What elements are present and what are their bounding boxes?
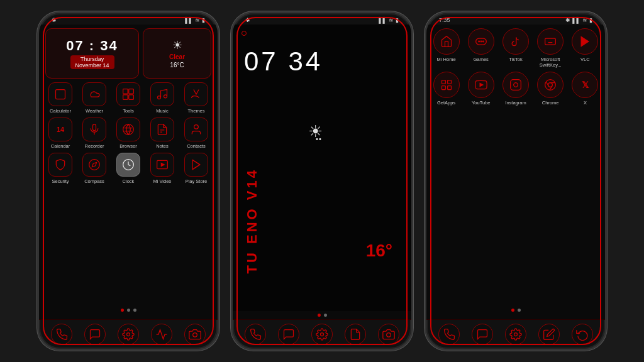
p3-vlc[interactable]: VLC (570, 28, 600, 68)
clock-icon[interactable] (116, 153, 140, 177)
svg-marker-25 (161, 163, 164, 167)
mihome-icon[interactable] (433, 28, 460, 55)
vlc-icon[interactable] (572, 28, 598, 55)
dock3-refresh[interactable] (572, 324, 593, 345)
dock-camera-icon[interactable] (184, 324, 206, 345)
sun-icon: ☀ (172, 38, 182, 52)
phone2-dot-1 (318, 314, 321, 317)
clock-date: November 14 (75, 62, 109, 69)
app-recorder[interactable]: Recorder (79, 118, 109, 149)
p3-chrome[interactable]: Chrome (536, 72, 565, 106)
tiktok-label: TikTok (509, 57, 522, 62)
getapps-label: GetApps (437, 100, 455, 106)
mivideo-icon[interactable] (150, 153, 174, 177)
dock-settings-icon[interactable] (118, 324, 139, 345)
security-icon[interactable] (48, 153, 72, 177)
svg-rect-9 (123, 95, 128, 100)
calendar-icon[interactable]: 14 (48, 118, 72, 141)
status-bar-2: ✱ ▌▌ ≋ ▮ (233, 13, 411, 25)
instagram-icon[interactable] (502, 72, 529, 98)
dock3-notes[interactable] (538, 324, 560, 345)
notes-label: Notes (156, 143, 169, 149)
p3-swiftkey[interactable]: Microsoft SwiftKey... (536, 28, 565, 68)
calendar-label: Calendar (51, 143, 70, 149)
svg-point-30 (192, 333, 197, 337)
dock2-message[interactable] (278, 324, 299, 345)
p3-games[interactable]: Games (466, 28, 496, 68)
browser-label: Browser (119, 143, 137, 149)
playstore-icon[interactable] (184, 153, 208, 177)
svg-point-35 (480, 41, 482, 42)
browser-icon[interactable] (116, 118, 140, 141)
app-music[interactable]: Music (147, 82, 177, 114)
p3-mihome[interactable]: Mi Home (431, 28, 461, 68)
bluetooth-icon-3: ✱ (565, 17, 570, 23)
phone-2: ✱ ▌▌ ≋ ▮ 07 34 ☀̤ TU ENO V14 16° (231, 11, 413, 351)
compass-icon[interactable] (82, 153, 106, 177)
weather-temp: 16°C (170, 62, 184, 69)
app-weather[interactable]: Weather (79, 82, 109, 114)
themes-icon[interactable] (184, 82, 208, 106)
chrome-icon[interactable] (537, 72, 564, 98)
svg-point-20 (194, 125, 199, 129)
weather-icon[interactable] (82, 82, 106, 106)
p3-youtube[interactable]: YouTube (466, 72, 496, 106)
p3-getapps[interactable]: GetApps (431, 72, 461, 106)
dock2-camera[interactable] (378, 324, 399, 345)
dock-phone-icon[interactable] (51, 324, 72, 345)
dock3-phone[interactable] (438, 324, 460, 345)
dock2-phone[interactable] (245, 324, 266, 345)
playstore-label: Play Store (186, 178, 208, 184)
app-security[interactable]: Security (45, 153, 75, 184)
app-clock[interactable]: Clock (113, 153, 143, 184)
app-playstore[interactable]: Play Store (181, 153, 211, 184)
app-calculator[interactable]: Calculator (45, 82, 75, 114)
games-icon[interactable] (468, 28, 494, 55)
app-contacts[interactable]: Contacts (181, 118, 211, 149)
games-label: Games (474, 57, 489, 62)
app-tools[interactable]: Tools (113, 82, 143, 114)
app-compass[interactable]: Compass (79, 153, 109, 184)
dock2-settings[interactable] (311, 324, 333, 345)
svg-rect-45 (447, 80, 451, 84)
calculator-label: Calculator (50, 108, 71, 114)
app-browser[interactable]: Browser (113, 118, 143, 149)
notes-icon[interactable] (150, 118, 174, 141)
youtube-icon[interactable] (468, 72, 494, 98)
phone2-vertical-date: TU ENO V14 (245, 168, 259, 273)
signal-icon-3: ▌▌ (572, 17, 580, 23)
p3-x[interactable]: 𝕏 X (570, 72, 600, 106)
contacts-icon[interactable] (184, 118, 208, 141)
calculator-icon[interactable] (48, 82, 72, 106)
dock-chart-icon[interactable] (151, 324, 172, 345)
svg-point-21 (89, 160, 100, 170)
music-icon[interactable] (150, 82, 174, 106)
app-calendar[interactable]: 14 Calendar (45, 118, 75, 149)
tools-icon[interactable] (116, 82, 140, 106)
phone-3-screen: Mi Home Games TikTok Microsoft SwiftKey.… (426, 25, 605, 319)
svg-rect-13 (93, 124, 96, 131)
phone2-dot-2 (324, 314, 327, 317)
svg-point-11 (158, 96, 161, 99)
app-mivideo[interactable]: Mi Video (147, 153, 177, 184)
weather-box: ☀ Clear 16°C (143, 28, 211, 79)
security-label: Security (52, 178, 69, 184)
getapps-icon[interactable] (433, 72, 460, 98)
app-row-3: Security Compass Clock Mi Video (45, 153, 211, 184)
p3-instagram[interactable]: Instagram (501, 72, 530, 106)
dock3-message[interactable] (472, 324, 493, 345)
p3-tiktok[interactable]: TikTok (501, 28, 530, 68)
app-notes[interactable]: Notes (147, 118, 177, 149)
dock-message-icon[interactable] (84, 324, 106, 345)
battery-icon: ▮ (202, 17, 205, 23)
signal-icon-2: ▌▌ (379, 17, 387, 23)
dock3-settings[interactable] (505, 324, 526, 345)
recorder-icon[interactable] (82, 118, 106, 141)
tiktok-icon[interactable] (502, 28, 529, 55)
clock-time: 07 : 34 (66, 38, 118, 54)
x-icon[interactable]: 𝕏 (572, 72, 598, 98)
swiftkey-icon[interactable] (537, 28, 564, 55)
bottom-dock-1 (39, 319, 218, 349)
app-themes[interactable]: Themes (181, 82, 211, 114)
dock2-notes[interactable] (345, 324, 366, 345)
